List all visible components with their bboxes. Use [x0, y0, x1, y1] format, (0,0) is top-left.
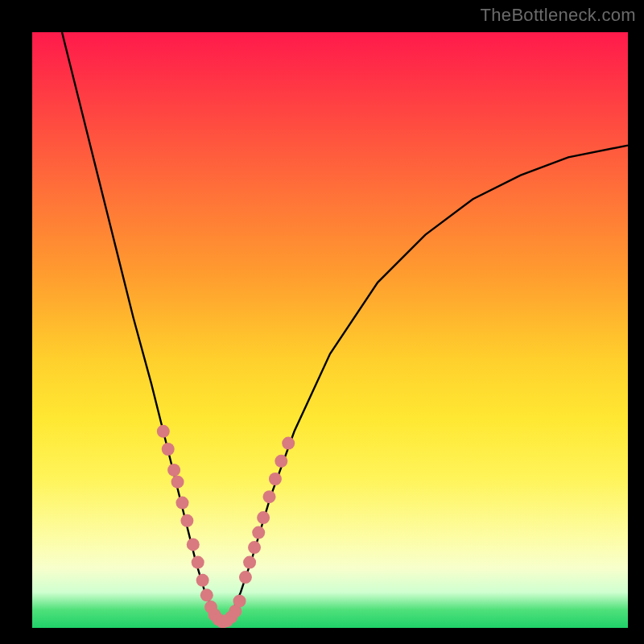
marker-dot: [157, 425, 170, 438]
marker-dot: [180, 514, 193, 527]
marker-dot: [252, 526, 265, 539]
plot-area: [32, 32, 628, 628]
marker-dot: [282, 437, 295, 450]
marker-dot: [248, 541, 261, 554]
marker-dot: [269, 473, 282, 485]
curve-overlay: [32, 32, 628, 628]
marker-group: [157, 425, 295, 628]
marker-dot: [263, 490, 276, 503]
marker-dot: [200, 588, 213, 601]
marker-dot: [275, 455, 287, 468]
marker-dot: [192, 556, 204, 569]
marker-dot: [196, 574, 209, 587]
marker-dot: [162, 443, 175, 456]
marker-dot: [257, 511, 270, 524]
marker-dot: [243, 556, 256, 569]
marker-dot: [187, 538, 200, 551]
marker-dot: [171, 476, 184, 489]
watermark-text: TheBottleneck.com: [481, 5, 636, 26]
marker-dot: [233, 595, 246, 608]
marker-dot: [239, 571, 252, 584]
marker-dot: [175, 497, 188, 510]
bottleneck-curve: [62, 32, 628, 622]
chart-frame: TheBottleneck.com: [0, 0, 644, 644]
marker-dot: [167, 464, 180, 477]
